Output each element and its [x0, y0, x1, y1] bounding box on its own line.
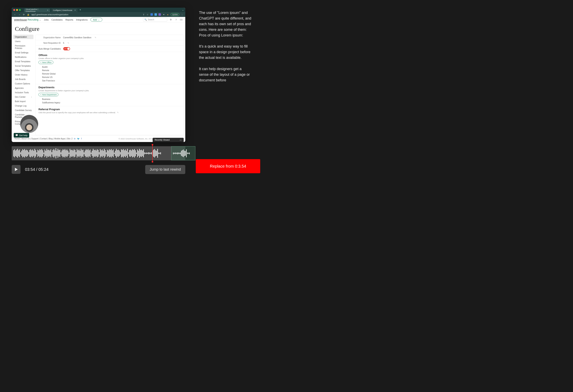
audio-waveform-track[interactable]	[12, 146, 185, 160]
minimize-window-icon[interactable]	[16, 9, 18, 11]
nav-reports[interactable]: Reports	[65, 18, 73, 21]
presenter-avatar[interactable]	[20, 115, 38, 133]
nav-integrations[interactable]: Integrations	[76, 18, 88, 21]
waveform-bar	[96, 150, 96, 156]
footer-link[interactable]: Home	[15, 138, 20, 140]
get-help-button[interactable]: 💬 Get help	[14, 133, 29, 138]
extensions-menu-icon[interactable]: ✦	[162, 14, 165, 16]
waveform-bar	[13, 150, 14, 157]
waveform-bar	[126, 151, 127, 156]
maximize-window-icon[interactable]	[19, 9, 21, 11]
browser-tab-active[interactable]: Configure | Greenhouse ✕	[51, 8, 77, 12]
transcript-panel: The use of "Lorem ipsum" and ChatGPT are…	[199, 10, 251, 94]
browser-menu-icon[interactable]: ⋮	[181, 14, 183, 16]
new-office-button[interactable]: + New Office	[38, 61, 53, 64]
office-row[interactable]: Remote US	[38, 75, 181, 79]
waveform-bar	[27, 150, 28, 156]
playhead[interactable]	[152, 145, 153, 162]
office-row[interactable]: San Francisco	[38, 79, 181, 82]
edit-pencil-icon[interactable]: ✎	[95, 36, 96, 39]
replace-from-button[interactable]: Replace from 0:3.54	[196, 159, 260, 173]
reload-button[interactable]: ⟳	[22, 14, 25, 16]
sidebar-item[interactable]: Users	[13, 39, 34, 43]
sidebar-item[interactable]: Permission Policies	[13, 43, 34, 50]
footer-link[interactable]: Support	[31, 138, 38, 140]
star-icon[interactable]: ☆	[146, 14, 149, 16]
account-icon[interactable]: ●	[167, 14, 169, 16]
sidebar-item[interactable]: Change Log	[13, 104, 34, 108]
sidebar-item[interactable]: Notifications	[13, 55, 34, 59]
new-tab-button[interactable]: +	[80, 8, 81, 11]
footer-link[interactable]: Silo: 2	[67, 138, 72, 140]
transcript-text: The use of "Lorem ipsum" and ChatGPT are…	[199, 11, 251, 82]
close-window-icon[interactable]	[13, 9, 15, 11]
avatar-icon[interactable]: AA	[180, 18, 183, 21]
sidebar-item[interactable]: Bulk Import	[13, 99, 34, 104]
new-department-button[interactable]: + New Department	[38, 93, 58, 96]
sidebar-item[interactable]: Order History	[13, 72, 34, 77]
close-tab-icon[interactable]: ✕	[47, 9, 49, 11]
waveform-bar	[75, 150, 75, 157]
footer-link[interactable]: Mobile Apps	[54, 138, 65, 140]
office-row[interactable]: Austin	[38, 65, 181, 69]
sidebar-item[interactable]: Inclusion Tools	[13, 90, 34, 95]
play-button[interactable]	[12, 165, 20, 174]
footer-link[interactable]: Blog	[49, 138, 53, 140]
extension-icon[interactable]	[150, 13, 153, 16]
sidebar-item[interactable]: Offer Templates	[13, 68, 34, 72]
back-button[interactable]: ←	[14, 14, 16, 16]
waveform-bar	[123, 149, 124, 158]
sidebar-item[interactable]: Candidate Survey	[13, 108, 34, 112]
department-row[interactable]: SubBusiness legacy	[38, 101, 181, 104]
edit-pencil-icon[interactable]: ✎	[117, 111, 119, 114]
recently-viewed-panel[interactable]: Recently Viewed —	[153, 138, 184, 142]
url-display[interactable]: app2.greenhouse.io/account/organization	[31, 14, 68, 16]
sidebar-item[interactable]: Social Templates	[13, 64, 34, 68]
waveform-bar	[86, 149, 86, 157]
footer-link[interactable]: About Us	[21, 138, 30, 140]
minimize-icon[interactable]: —	[180, 139, 182, 141]
sidebar-item[interactable]: Organization	[13, 35, 34, 39]
browser-toolbar: ← → ⟳ 🔒 app2.greenhouse.io/account/organ…	[12, 12, 185, 17]
footer-link[interactable]: Contact	[40, 138, 47, 140]
sidebar-item[interactable]: Email Templates	[13, 59, 34, 64]
search-input[interactable]: 🔍 Search	[143, 18, 167, 21]
twitter-icon[interactable]: 🐦	[77, 138, 80, 140]
waveform-bar	[52, 152, 52, 155]
window-controls[interactable]	[13, 9, 21, 11]
player-controls: 03:54 / 05:24 Jump to last rewind	[12, 164, 185, 175]
nav-candidates[interactable]: Candidates	[51, 18, 63, 21]
office-row[interactable]: Remote	[38, 69, 181, 72]
share-icon[interactable]: ⇪	[143, 14, 145, 16]
sidebar-item[interactable]: Agencies	[13, 86, 34, 90]
linkedin-icon[interactable]: in	[74, 138, 75, 140]
sidebar-item[interactable]: Dev Center	[13, 95, 34, 99]
jump-to-last-rewind-button[interactable]: Jump to last rewind	[145, 165, 185, 174]
edit-pencil-icon[interactable]: ✎	[68, 42, 69, 44]
extension-icon[interactable]	[159, 13, 161, 16]
gear-icon[interactable]: ⚙	[169, 18, 172, 21]
waveform-bar	[114, 153, 115, 154]
collapse-tabs-icon[interactable]: ⌄	[182, 9, 184, 11]
waveform-bar	[102, 149, 103, 157]
browser-tab[interactable]: Visual pipeline | Greenhouse ✕	[24, 8, 50, 12]
update-button[interactable]: Update	[171, 13, 179, 16]
department-row[interactable]: Business	[38, 97, 181, 101]
forward-button[interactable]: →	[18, 14, 20, 16]
sidebar-item[interactable]: Email Settings	[13, 50, 34, 55]
waveform-bar	[121, 149, 122, 157]
waveform-bar	[18, 150, 19, 156]
sidebar-item[interactable]: Custom Options	[13, 81, 34, 86]
automerge-toggle[interactable]: OFF	[63, 47, 70, 50]
brand-logo[interactable]: greenhouse Recruiting ⌄	[14, 18, 41, 21]
help-icon[interactable]: ?	[174, 18, 178, 21]
nav-jobs[interactable]: Jobs	[44, 18, 49, 21]
close-tab-icon[interactable]: ✕	[74, 9, 76, 11]
extension-icon[interactable]	[155, 13, 157, 16]
sidebar-item[interactable]: Job Boards	[13, 77, 34, 81]
waveform-bar	[115, 151, 116, 156]
chevron-down-icon[interactable]: ⌄	[39, 18, 41, 21]
facebook-icon[interactable]: f	[81, 138, 82, 140]
add-button[interactable]: Add ⌄	[90, 18, 102, 21]
office-row[interactable]: Remote Global	[38, 72, 181, 75]
